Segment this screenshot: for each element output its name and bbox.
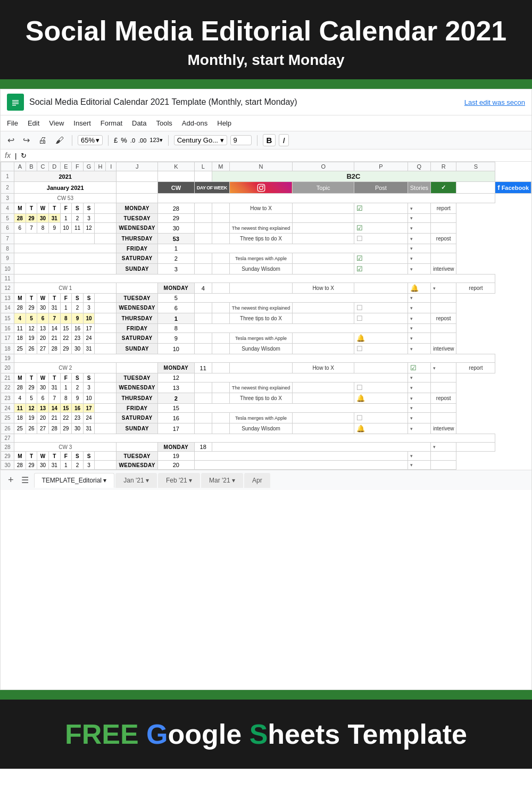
cell-empty-r2 (456, 182, 495, 194)
row-number: 23 (1, 393, 14, 404)
stories-empty (293, 234, 354, 244)
sheet-tab-feb[interactable]: Feb '21 ▾ (158, 473, 200, 488)
menu-insert[interactable]: Insert (73, 118, 91, 129)
date-8: 8 (158, 324, 195, 333)
print-button[interactable]: 🖨 (36, 134, 49, 147)
sheet-jan-dropdown: ▾ (146, 477, 149, 484)
col-header-a: A (14, 162, 26, 171)
dow-tuesday-1: TUESDAY (117, 214, 158, 223)
fb-empty (431, 404, 456, 413)
sheet-tab-jan[interactable]: Jan '21 ▾ (115, 473, 157, 488)
dropdown-12[interactable]: ▾ (408, 324, 430, 333)
stories-empty (293, 383, 354, 393)
dropdown-11[interactable]: ▾ (408, 313, 430, 324)
menu-file[interactable]: File (7, 118, 18, 129)
menu-data[interactable]: Data (132, 118, 146, 129)
date-28: 28 (158, 203, 195, 214)
main-title: Social Media Editorial Calendar 2021 (11, 16, 521, 46)
fb-empty (431, 253, 456, 264)
ig-empty (194, 303, 212, 313)
toolbar-sep-2 (108, 135, 109, 146)
cell-empty (95, 234, 117, 244)
dropdown-15[interactable]: ▾ (431, 363, 456, 373)
date-30: 30 (158, 223, 195, 234)
table-row: 9 SATURDAY 2 Tesla merges with Apple ☑ ▾ (1, 253, 531, 264)
fb-interview-1: interivew (431, 264, 456, 275)
menu-addons[interactable]: Add-ons (182, 118, 207, 129)
dropdown-1[interactable]: ▾ (408, 203, 430, 214)
table-row: 20 CW 2 MONDAY 11 How to X ☑ ▾ report (1, 363, 531, 373)
zoom-value: 65% (81, 136, 95, 144)
ig-empty (194, 393, 212, 404)
bold-button[interactable]: B (263, 134, 276, 146)
col-header-f: F (72, 162, 84, 171)
cw53-indicator: 53 (158, 234, 195, 244)
cell-empty (194, 404, 408, 413)
dow-tue-4: TUESDAY (117, 452, 158, 461)
dropdown-16[interactable]: ▾ (408, 373, 430, 383)
fb-empty (456, 443, 495, 452)
menu-tools[interactable]: Tools (156, 118, 172, 129)
sheet-tab-template[interactable]: TEMPLATE_Editorial ▾ (34, 473, 115, 488)
dropdown-5[interactable]: ▾ (408, 244, 430, 253)
font-selector[interactable]: Century Go... ▾ (174, 135, 227, 145)
post-tesla-1: Tesla merges with Apple (229, 253, 293, 264)
stories-empty (293, 223, 354, 234)
sheets-text: S (250, 719, 268, 750)
dropdown-13[interactable]: ▾ (408, 333, 430, 344)
dropdown-6[interactable]: ▾ (408, 253, 430, 264)
year-cell: 2021 (14, 171, 117, 182)
dropdown-17[interactable]: ▾ (408, 383, 430, 393)
ig-empty (212, 283, 229, 294)
dropdown-23[interactable]: ▾ (408, 452, 430, 461)
dropdown-22[interactable]: ▾ (431, 443, 456, 452)
dropdown-18[interactable]: ▾ (408, 393, 430, 404)
dropdown-4[interactable]: ▾ (408, 234, 430, 244)
sheet-menu-button[interactable]: ☰ (21, 475, 29, 485)
dropdown-7[interactable]: ▾ (408, 264, 430, 275)
dropdown-19[interactable]: ▾ (408, 404, 430, 413)
col-header-g: G (83, 162, 95, 171)
dropdown-9[interactable]: ▾ (408, 294, 430, 303)
menu-edit[interactable]: Edit (28, 118, 39, 129)
italic-button[interactable]: I (279, 134, 288, 146)
fb-repost-2: repost (431, 313, 456, 324)
check-empty (354, 214, 408, 223)
menu-view[interactable]: View (49, 118, 64, 129)
col-header-j: J (117, 162, 158, 171)
menu-format[interactable]: Format (101, 118, 122, 129)
cell-empty (95, 223, 117, 234)
font-size-input[interactable]: 9 (230, 135, 252, 145)
cal-day-m2: M (14, 294, 26, 303)
undo-button[interactable]: ↩ (5, 134, 17, 147)
dropdown-14[interactable]: ▾ (408, 344, 430, 354)
redo-button[interactable]: ↪ (20, 134, 32, 147)
sheet-tab-apr[interactable]: Apr (244, 473, 270, 488)
dropdown-8[interactable]: ▾ (431, 283, 456, 294)
row-number: 1 (1, 171, 14, 182)
paint-format-button[interactable]: 🖌 (53, 134, 66, 147)
date-5: 5 (158, 294, 195, 303)
dropdown-3[interactable]: ▾ (408, 223, 430, 234)
instagram-header (229, 182, 293, 194)
table-row: 28 CW 3 MONDAY 18 ▾ (1, 443, 531, 452)
table-row: 6 6 7 8 9 10 11 12 WEDNESDAY 30 The newe… (1, 223, 531, 234)
title-bar: Social Media Editorial Calendar 2021 Tem… (1, 89, 531, 115)
sheet-tab-mar[interactable]: Mar '21 ▾ (201, 473, 243, 488)
dropdown-2[interactable]: ▾ (408, 214, 430, 223)
cal-day-s4: S (83, 294, 95, 303)
add-sheet-button[interactable]: + (5, 473, 17, 487)
google-rest: oogle (168, 719, 250, 750)
check-green-5: ☑ (408, 363, 430, 373)
menu-help[interactable]: Help (217, 118, 231, 129)
column-headers-row: A B C D E F G H I J K L M N O P Q (1, 162, 531, 171)
zoom-control[interactable]: 65% ▾ (78, 135, 103, 145)
dropdown-20[interactable]: ▾ (408, 413, 430, 423)
cell-empty (95, 294, 117, 303)
dropdown-10[interactable]: ▾ (408, 303, 430, 313)
dropdown-24[interactable]: ▾ (408, 461, 430, 470)
fb-empty (431, 383, 456, 393)
table-row: 21 M T W T F S S TUESDAY 12 ▾ (1, 373, 531, 383)
col-header-d: D (48, 162, 60, 171)
dropdown-21[interactable]: ▾ (408, 423, 430, 434)
